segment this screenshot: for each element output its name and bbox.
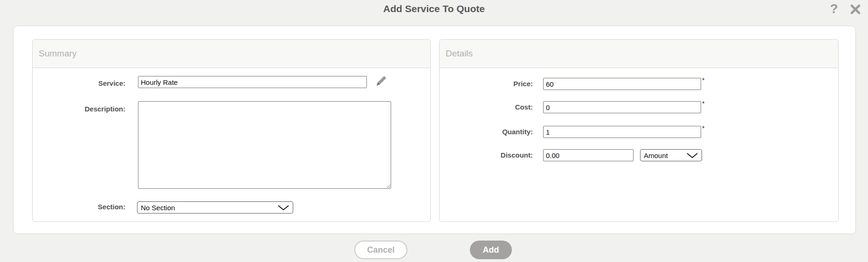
cost-required-marker: * bbox=[702, 100, 704, 107]
add-button-label: Add bbox=[483, 245, 499, 255]
price-input[interactable] bbox=[543, 78, 701, 90]
section-label: Section: bbox=[33, 203, 125, 211]
discount-input[interactable] bbox=[543, 149, 634, 161]
quantity-input[interactable] bbox=[543, 126, 701, 138]
help-button[interactable]: ? bbox=[827, 0, 841, 17]
help-icon: ? bbox=[830, 1, 838, 16]
add-button[interactable]: Add bbox=[470, 241, 512, 259]
section-select-value: No Section bbox=[141, 204, 175, 212]
quantity-required-marker: * bbox=[702, 124, 704, 132]
discount-type-select-value: Amount bbox=[644, 152, 668, 159]
details-panel: Details Price: * Cost: * Quantity: * Dis… bbox=[439, 39, 839, 222]
details-panel-body: Price: * Cost: * Quantity: * Discount: A… bbox=[440, 68, 838, 222]
close-button[interactable] bbox=[850, 4, 861, 15]
summary-panel-header: Summary bbox=[33, 40, 430, 68]
close-icon bbox=[850, 4, 861, 15]
description-textarea[interactable] bbox=[138, 101, 391, 189]
summary-panel-body: Service: Description: Section: No Sectio… bbox=[33, 68, 430, 222]
cost-input[interactable] bbox=[543, 101, 701, 113]
service-input[interactable] bbox=[138, 76, 367, 88]
pencil-icon bbox=[373, 73, 389, 89]
chevron-down-icon bbox=[277, 205, 289, 211]
price-label: Price: bbox=[440, 80, 533, 88]
summary-panel: Summary Service: Description: Section: N… bbox=[32, 39, 431, 222]
discount-label: Discount: bbox=[440, 151, 533, 159]
description-label: Description: bbox=[33, 105, 125, 113]
service-label: Service: bbox=[33, 79, 125, 87]
dialog-title: Add Service To Quote bbox=[0, 3, 868, 14]
price-required-marker: * bbox=[702, 76, 704, 84]
chevron-down-icon bbox=[686, 152, 698, 159]
cost-label: Cost: bbox=[440, 103, 533, 111]
discount-type-select[interactable]: Amount bbox=[640, 149, 702, 161]
quantity-label: Quantity: bbox=[440, 128, 533, 136]
section-select[interactable]: No Section bbox=[137, 201, 293, 214]
add-service-dialog: Add Service To Quote ? Summary Service: bbox=[0, 0, 868, 262]
cancel-button[interactable]: Cancel bbox=[354, 241, 407, 259]
details-panel-header: Details bbox=[440, 40, 838, 68]
dialog-body: Summary Service: Description: Section: N… bbox=[13, 26, 856, 234]
cancel-button-label: Cancel bbox=[367, 245, 394, 255]
edit-service-button[interactable] bbox=[373, 73, 390, 90]
